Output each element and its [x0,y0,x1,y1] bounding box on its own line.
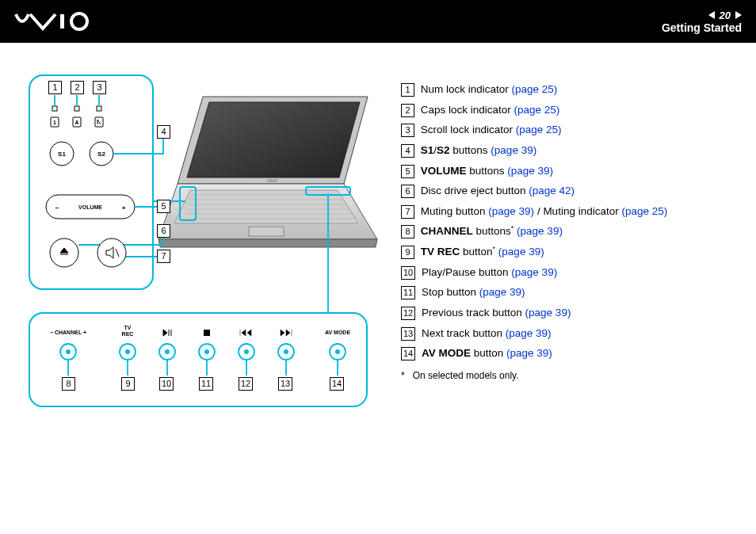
svg-point-1 [71,13,87,29]
svg-text:AV MODE: AV MODE [325,330,350,335]
legend-bold: S1 [421,144,434,156]
legend-text: / Muting indicator [534,205,621,217]
svg-point-49 [165,349,170,354]
legend-text: Next track button [422,327,506,339]
svg-point-44 [125,349,130,354]
callout-2: 2 [71,81,84,94]
legend-number: 11 [401,286,415,299]
svg-point-37 [97,238,126,267]
svg-rect-18 [74,106,79,111]
svg-point-52 [204,349,209,354]
svg-text:TV: TV [124,325,132,330]
page-link[interactable]: (page 25) [621,205,667,217]
asterisk: * [493,245,496,253]
page-link[interactable]: (page 39) [525,307,571,318]
legend-number: 2 [401,104,414,117]
legend-number: 5 [401,165,414,178]
svg-text:S1: S1 [58,151,66,158]
diagram-area: VAIO 1 [29,74,377,385]
svg-point-59 [284,349,288,354]
svg-text:A: A [74,120,78,125]
legend-number: 1 [401,83,414,97]
legend-text: button [471,347,506,359]
callout-6: 6 [157,224,170,238]
legend-text: Muting button [421,205,489,217]
callout-12: 12 [239,377,253,391]
legend-text: Disc drive eject button [421,185,529,196]
callout-3: 3 [93,81,106,94]
svg-text:VOLUME: VOLUME [78,204,102,210]
legend-number: 8 [401,225,414,238]
callout-7: 7 [157,250,170,263]
diagram-overlay: 1 A S1 S2 − VOLUME + [29,74,377,415]
legend-item: 13 Next track button (page 39) [401,323,742,344]
callout-5: 5 [157,200,170,213]
page-link[interactable]: (page 39) [507,165,553,177]
page-link[interactable]: (page 39) [511,266,557,278]
page-nav: 20 Getting Started [662,10,742,34]
page-link[interactable]: (page 25) [512,83,558,95]
callout-1: 1 [48,81,62,94]
legend-bold: VOLUME [421,165,467,177]
legend-bold: S2 [437,144,450,156]
legend-item: 1 Num lock indicator (page 25) [401,79,742,100]
legend-text: Play/Pause button [422,266,511,278]
svg-rect-19 [97,106,101,111]
svg-point-56 [244,349,249,354]
header-bar: 20 Getting Started [0,0,756,43]
svg-text:+: + [122,204,126,212]
legend-number: 9 [401,246,414,259]
page-link[interactable]: (page 39) [491,144,536,156]
page-link[interactable]: (page 39) [479,286,525,298]
asterisk: * [511,224,514,232]
section-title: Getting Started [662,21,742,34]
legend-item: 2 Caps lock indicator (page 25) [401,100,742,120]
legend-number: 6 [401,185,414,198]
callout-4: 4 [157,125,170,139]
next-page-icon[interactable] [735,11,742,19]
page-link[interactable]: (page 39) [506,327,552,339]
svg-rect-0 [60,14,64,29]
legend-text: Num lock indicator [421,83,512,95]
legend-text: Caps lock indicator [421,104,514,116]
callout-9: 9 [121,377,135,391]
legend-item: 9 TV REC button* (page 39) [401,242,742,262]
page-link[interactable]: (page 39) [517,225,563,237]
legend-item: 6 Disc drive eject button (page 42) [401,181,742,201]
legend-item: 14 AV MODE button (page 39) [401,343,742,364]
legend-number: 4 [401,144,414,158]
page-link[interactable]: (page 39) [488,205,534,217]
callout-14: 14 [330,377,344,391]
page-link[interactable]: (page 25) [516,124,562,135]
legend-item: 12 Previous track button (page 39) [401,303,742,323]
page-link[interactable]: (page 42) [529,185,575,196]
legend-number: 14 [401,347,415,360]
legend-item: 8 CHANNEL buttons* (page 39) [401,221,742,242]
page-link[interactable]: (page 39) [498,246,544,257]
legend-item: 4 S1/S2 buttons (page 39) [401,140,742,161]
legend-number: 13 [401,327,415,341]
legend-text: button [460,246,492,257]
legend-item: 3 Scroll lock indicator (page 25) [401,120,742,140]
legend-bold: AV MODE [422,347,471,359]
callout-11: 11 [199,377,213,391]
legend-bold: CHANNEL [421,225,473,237]
legend-item: 7 Muting button (page 39) / Muting indic… [401,201,742,222]
legend-number: 3 [401,124,414,137]
legend-text: buttons [450,144,491,156]
page-link[interactable]: (page 39) [506,347,552,359]
legend-number: 12 [401,307,415,320]
page-link[interactable]: (page 25) [514,104,560,116]
legend-number: 10 [401,266,415,280]
prev-page-icon[interactable] [708,11,715,19]
legend-item: 11 Stop button (page 39) [401,282,742,303]
legend-text: buttons [467,165,508,177]
svg-text:S2: S2 [97,151,105,158]
svg-text:− CHANNEL +: − CHANNEL + [50,330,86,335]
content-area: VAIO 1 [0,43,756,399]
svg-text:REC: REC [122,331,134,337]
svg-point-62 [335,349,340,354]
footnote: * On selected models only. [401,367,742,385]
legend-number: 7 [401,205,414,219]
callout-13: 13 [278,377,292,391]
